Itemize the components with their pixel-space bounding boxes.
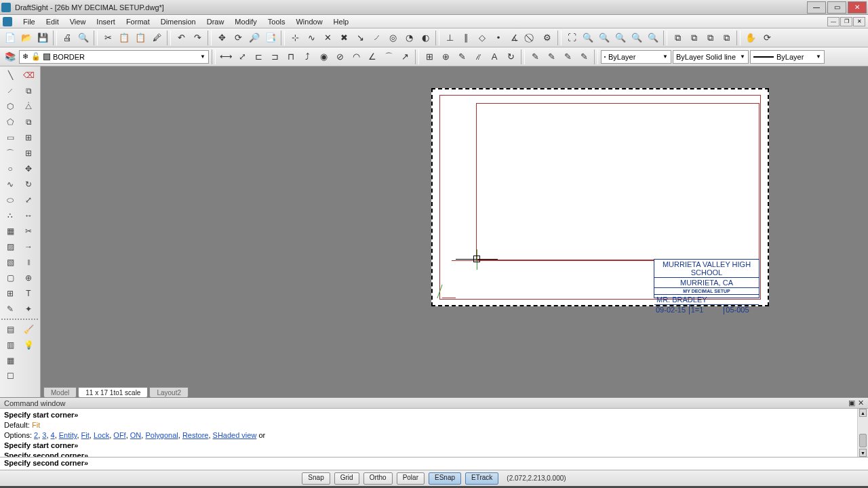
drawing-canvas[interactable]: MURRIETA VALLEY HIGH SCHOOL MURRIETA, CA… bbox=[41, 66, 868, 397]
scroll-up-icon[interactable]: ▲ bbox=[859, 409, 867, 417]
mdi-restore[interactable]: ❐ bbox=[840, 17, 852, 26]
rotate-icon[interactable]: ↻ bbox=[20, 177, 37, 192]
status-toggle-ortho[interactable]: Ortho bbox=[363, 472, 393, 485]
open-icon[interactable]: 📂 bbox=[19, 30, 34, 45]
zoom-selected-icon[interactable]: 🔍 bbox=[597, 30, 612, 45]
zoom-bounds-icon[interactable]: ⛶ bbox=[564, 30, 579, 45]
polygon-icon[interactable]: ⬠ bbox=[1, 115, 19, 129]
paste-icon[interactable]: 📋 bbox=[133, 30, 148, 45]
rebuild-icon[interactable]: ⟳ bbox=[231, 30, 245, 45]
dim-center-icon[interactable]: ⊕ bbox=[438, 49, 453, 64]
tab-layout2[interactable]: Layout2 bbox=[149, 387, 189, 397]
dim-ordinate-icon[interactable]: ⊏ bbox=[251, 49, 266, 64]
snap-midpoint-icon[interactable]: ∿ bbox=[304, 30, 319, 45]
command-scrollbar[interactable]: ▲ ▼ bbox=[857, 409, 868, 457]
zoom-previous-icon[interactable]: 🔍 bbox=[613, 30, 628, 45]
zoom-window-icon[interactable]: ⧉ bbox=[670, 30, 685, 45]
dim-leader-icon[interactable]: ↗ bbox=[397, 49, 412, 64]
close-button[interactable]: ✕ bbox=[848, 1, 867, 14]
menu-dimension[interactable]: Dimension bbox=[155, 16, 201, 27]
trim-icon[interactable]: ✂ bbox=[20, 224, 37, 239]
new-icon[interactable]: 📄 bbox=[3, 30, 18, 45]
snap-center-icon[interactable]: ◎ bbox=[385, 30, 400, 45]
menu-file[interactable]: File bbox=[18, 16, 41, 27]
pan-icon[interactable]: ✥ bbox=[214, 30, 229, 45]
command-history[interactable]: Specify start corner» Default: Fit Optio… bbox=[0, 409, 868, 458]
scroll-thumb[interactable] bbox=[859, 434, 867, 447]
scroll-down-icon[interactable]: ▼ bbox=[859, 449, 867, 457]
dim-jogged-icon[interactable]: ⤴ bbox=[300, 49, 315, 64]
spline-icon[interactable]: ∿ bbox=[1, 177, 19, 192]
line-icon[interactable]: ╲ bbox=[1, 68, 19, 83]
app-menu-icon[interactable] bbox=[3, 17, 12, 26]
scale-icon[interactable]: ⤢ bbox=[20, 192, 37, 207]
snap-intersect-icon[interactable]: ✕ bbox=[320, 30, 335, 45]
dim-edit-icon[interactable]: ✎ bbox=[454, 49, 469, 64]
zoom-out-icon[interactable]: 🔍 bbox=[646, 30, 660, 45]
snap-settings-icon[interactable]: ⚙ bbox=[540, 30, 555, 45]
snap-endpoint-icon[interactable]: ⊹ bbox=[288, 30, 302, 45]
options-icon[interactable]: 📑 bbox=[263, 30, 278, 45]
match-icon[interactable]: 🖉 bbox=[149, 30, 164, 45]
lineweight-dropdown[interactable]: ByLayer ▼ bbox=[750, 50, 825, 64]
snap-nearest-icon[interactable]: ⟋ bbox=[369, 30, 384, 45]
color-dropdown[interactable]: ByLayer ▼ bbox=[601, 50, 671, 64]
cmd-option[interactable]: Restore bbox=[182, 431, 209, 439]
preview-icon[interactable]: 🔍 bbox=[76, 30, 91, 45]
layer-dropdown[interactable]: ❄ 🔓 BORDER ▼ bbox=[19, 50, 209, 64]
cut-icon[interactable]: ✂ bbox=[100, 30, 115, 45]
cmd-close-icon[interactable]: ✕ bbox=[858, 399, 864, 407]
status-toggle-polar[interactable]: Polar bbox=[397, 472, 425, 485]
menu-tools[interactable]: Tools bbox=[262, 16, 291, 27]
array-icon[interactable]: ⊞ bbox=[20, 146, 37, 161]
menu-view[interactable]: View bbox=[64, 16, 92, 27]
dim-continue-icon[interactable]: ⊓ bbox=[283, 49, 298, 64]
snap-apparent-icon[interactable]: ✖ bbox=[336, 30, 351, 45]
save-icon[interactable]: 💾 bbox=[35, 30, 50, 45]
ellipse-icon[interactable]: ⬭ bbox=[1, 192, 19, 207]
status-toggle-grid[interactable]: Grid bbox=[334, 472, 359, 485]
offset-icon[interactable]: ⧉ bbox=[20, 115, 37, 129]
table-icon[interactable]: ⊞ bbox=[1, 286, 19, 301]
zoom-factor-icon[interactable]: ⧉ bbox=[719, 30, 734, 45]
cmd-option[interactable]: SHaded view bbox=[213, 431, 257, 439]
dim-arclen-icon[interactable]: ⌒ bbox=[381, 49, 396, 64]
dim-style2-icon[interactable]: ✎ bbox=[544, 49, 559, 64]
weld-icon[interactable]: ⊕ bbox=[20, 270, 37, 285]
command-input[interactable]: Specify second corner» bbox=[0, 458, 868, 470]
dim-arc-icon[interactable]: ◠ bbox=[349, 49, 363, 64]
delete-icon[interactable]: ⌫ bbox=[20, 68, 37, 83]
snap-insert-icon[interactable]: ◇ bbox=[475, 30, 490, 45]
block-icon[interactable]: ▦ bbox=[1, 224, 19, 239]
print-icon[interactable]: 🖨 bbox=[60, 30, 75, 45]
lightbulb-icon[interactable]: 💡 bbox=[20, 338, 37, 352]
menu-insert[interactable]: Insert bbox=[91, 16, 121, 27]
cmd-option[interactable]: ON bbox=[130, 431, 142, 439]
undo-icon[interactable]: ↶ bbox=[174, 30, 189, 45]
circle-icon[interactable]: ○ bbox=[1, 161, 19, 176]
snap-parallel-icon[interactable]: ∥ bbox=[458, 30, 473, 45]
snap-perpendicular-icon[interactable]: ⊥ bbox=[442, 30, 457, 45]
copy-icon[interactable]: 📋 bbox=[117, 30, 132, 45]
menu-draw[interactable]: Draw bbox=[201, 16, 230, 27]
zoom-icon[interactable]: 🔎 bbox=[247, 30, 262, 45]
pan-realtime-icon[interactable]: ✋ bbox=[743, 30, 758, 45]
cmd-option[interactable]: Fit bbox=[81, 431, 90, 439]
dim-style4-icon[interactable]: ✎ bbox=[576, 49, 591, 64]
mdi-minimize[interactable]: — bbox=[827, 17, 840, 26]
dim-update-icon[interactable]: ↻ bbox=[503, 49, 518, 64]
dim-angular-icon[interactable]: ∠ bbox=[365, 49, 380, 64]
cmd-option[interactable]: Polygonal bbox=[145, 431, 178, 439]
split-icon[interactable]: ⦀ bbox=[20, 255, 37, 270]
extend-icon[interactable]: → bbox=[20, 239, 37, 254]
snap-node-icon[interactable]: • bbox=[491, 30, 506, 45]
polyline-icon[interactable]: ⬡ bbox=[1, 99, 19, 114]
cmd-option[interactable]: Lock bbox=[94, 431, 109, 439]
dim-baseline-icon[interactable]: ⊐ bbox=[267, 49, 282, 64]
menu-modify[interactable]: Modify bbox=[229, 16, 262, 27]
dim-linear-icon[interactable]: ⟷ bbox=[218, 49, 233, 64]
gradient-icon[interactable]: ▧ bbox=[1, 255, 19, 270]
explode-icon[interactable]: ✦ bbox=[20, 302, 37, 317]
dim-tolerance-icon[interactable]: ⊞ bbox=[422, 49, 437, 64]
zoom-center-icon[interactable]: ⧉ bbox=[703, 30, 717, 45]
